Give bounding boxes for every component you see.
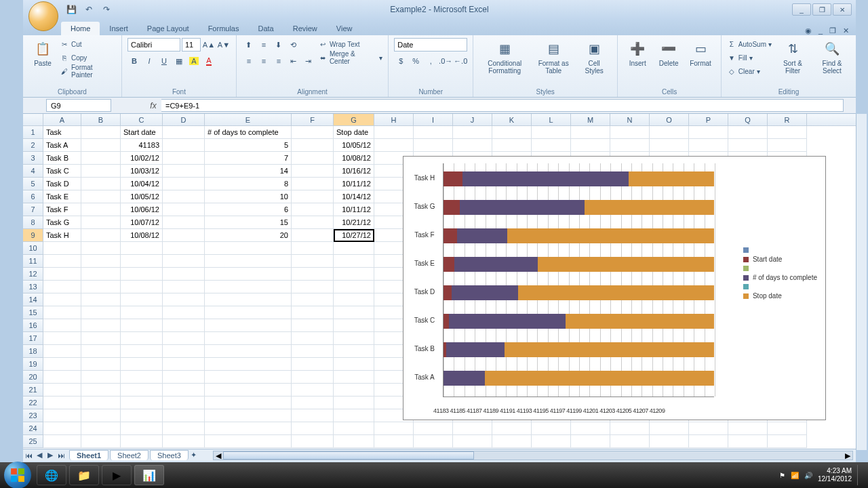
cell-L2[interactable] — [532, 139, 571, 152]
cell-E2[interactable]: 5 — [205, 139, 292, 152]
row-header-9[interactable]: 9 — [23, 229, 43, 242]
cell-Q25[interactable] — [728, 435, 768, 448]
inc-decimal-icon[interactable]: .0→ — [439, 54, 452, 68]
cell-A7[interactable]: Task F — [43, 203, 81, 216]
close-button[interactable]: ✕ — [833, 3, 852, 16]
shrink-font-icon[interactable]: A▼ — [217, 38, 231, 52]
row-header-14[interactable]: 14 — [23, 293, 43, 306]
prev-sheet-button[interactable]: ◀ — [34, 451, 45, 460]
cell-G9[interactable]: 10/27/12 — [334, 229, 374, 242]
name-box[interactable] — [46, 99, 111, 112]
fill-button[interactable]: ▼Fill ▾ — [727, 52, 772, 64]
cell-B22[interactable] — [81, 396, 121, 409]
align-right-icon[interactable]: ≡ — [272, 54, 285, 68]
cell-B10[interactable] — [81, 242, 121, 255]
cell-A19[interactable] — [43, 358, 81, 371]
cell-H25[interactable] — [374, 435, 414, 448]
bold-button[interactable]: B — [127, 54, 141, 68]
cell-G16[interactable] — [334, 319, 374, 332]
cell-D23[interactable] — [163, 409, 205, 422]
row-header-19[interactable]: 19 — [23, 358, 43, 371]
cell-G15[interactable] — [334, 306, 374, 319]
cell-C19[interactable] — [121, 358, 163, 371]
cell-F1[interactable] — [292, 126, 334, 139]
row-header-10[interactable]: 10 — [23, 242, 43, 255]
cell-R2[interactable] — [768, 139, 807, 152]
cell-C1[interactable]: Start date — [121, 126, 163, 139]
cell-C21[interactable] — [121, 384, 163, 396]
cell-B20[interactable] — [81, 371, 121, 384]
cell-A21[interactable] — [43, 384, 81, 396]
cell-B1[interactable] — [81, 126, 121, 139]
cell-B5[interactable] — [81, 178, 121, 190]
cell-F25[interactable] — [292, 435, 334, 448]
cell-D2[interactable] — [163, 139, 205, 152]
merge-center-button[interactable]: ⬌Merge & Center ▾ — [318, 52, 382, 64]
row-header-7[interactable]: 7 — [23, 203, 43, 216]
cell-B18[interactable] — [81, 345, 121, 358]
row-header-6[interactable]: 6 — [23, 190, 43, 203]
cell-H2[interactable] — [374, 139, 414, 152]
paste-button[interactable]: 📋 Paste — [28, 38, 57, 68]
show-desktop-button[interactable] — [857, 465, 864, 485]
cell-E5[interactable]: 8 — [205, 178, 292, 190]
cell-G23[interactable] — [334, 409, 374, 422]
cell-M1[interactable] — [571, 126, 610, 139]
col-header-M[interactable]: M — [571, 114, 610, 125]
cell-M2[interactable] — [571, 139, 610, 152]
cell-M25[interactable] — [571, 435, 610, 448]
cell-C2[interactable]: 41183 — [121, 139, 163, 152]
cell-D18[interactable] — [163, 345, 205, 358]
cell-A23[interactable] — [43, 409, 81, 422]
delete-cells-button[interactable]: ➖Delete — [654, 38, 683, 68]
cell-D12[interactable] — [163, 268, 205, 281]
conditional-formatting-button[interactable]: ▦Conditional Formatting — [479, 38, 530, 76]
start-button[interactable] — [4, 462, 31, 488]
cell-C5[interactable]: 10/04/12 — [121, 178, 163, 190]
row-header-13[interactable]: 13 — [23, 281, 43, 293]
row-header-11[interactable]: 11 — [23, 255, 43, 268]
cell-O1[interactable] — [650, 126, 689, 139]
embedded-chart[interactable]: 41183 41185 41187 41189 41191 41193 4119… — [403, 156, 826, 420]
cell-I1[interactable] — [414, 126, 453, 139]
cell-P1[interactable] — [689, 126, 728, 139]
cell-O24[interactable] — [650, 422, 689, 435]
maximize-button[interactable]: ❐ — [812, 3, 831, 16]
cell-C14[interactable] — [121, 293, 163, 306]
row-header-2[interactable]: 2 — [23, 139, 43, 152]
cell-J24[interactable] — [453, 422, 492, 435]
cell-J1[interactable] — [453, 126, 492, 139]
cell-I24[interactable] — [414, 422, 453, 435]
cell-C4[interactable]: 10/03/12 — [121, 165, 163, 178]
cell-J25[interactable] — [453, 435, 492, 448]
cell-C11[interactable] — [121, 255, 163, 268]
wrap-text-button[interactable]: ↩Wrap Text — [318, 38, 382, 50]
cell-D22[interactable] — [163, 396, 205, 409]
insert-cells-button[interactable]: ➕Insert — [623, 38, 652, 68]
cell-E23[interactable] — [205, 409, 292, 422]
row-header-4[interactable]: 4 — [23, 165, 43, 178]
tray-network-icon[interactable]: 📶 — [791, 472, 799, 479]
cell-F2[interactable] — [292, 139, 334, 152]
cell-D19[interactable] — [163, 358, 205, 371]
row-header-24[interactable]: 24 — [23, 422, 43, 435]
col-header-L[interactable]: L — [532, 114, 571, 125]
cell-F21[interactable] — [292, 384, 334, 396]
orientation-icon[interactable]: ⟲ — [287, 38, 300, 52]
scroll-thumb[interactable] — [223, 451, 474, 460]
font-size-combo[interactable] — [182, 38, 201, 52]
cell-G19[interactable] — [334, 358, 374, 371]
ribbon-min-icon[interactable]: _ — [818, 26, 823, 35]
sort-filter-button[interactable]: ⇅Sort & Filter — [774, 38, 811, 76]
cell-B23[interactable] — [81, 409, 121, 422]
tab-page-layout[interactable]: Page Layout — [138, 22, 199, 35]
cell-G12[interactable] — [334, 268, 374, 281]
cell-B11[interactable] — [81, 255, 121, 268]
cell-E21[interactable] — [205, 384, 292, 396]
row-header-25[interactable]: 25 — [23, 435, 43, 448]
cell-Q1[interactable] — [728, 126, 768, 139]
cell-C3[interactable]: 10/02/12 — [121, 152, 163, 165]
cut-button[interactable]: ✂Cut — [60, 38, 116, 50]
cell-A4[interactable]: Task C — [43, 165, 81, 178]
align-bottom-icon[interactable]: ⬇ — [272, 38, 285, 52]
